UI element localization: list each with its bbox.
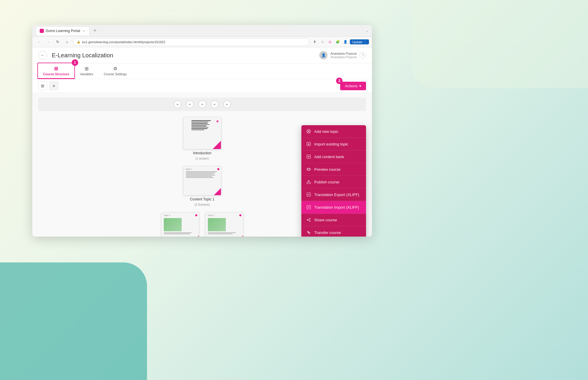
tab-course-structure[interactable]: ⊞ Course Structure 1 <box>38 63 74 79</box>
h-line-1 <box>164 232 192 233</box>
tab-close-button[interactable]: × <box>82 29 86 33</box>
card-subtitle-introduction: (1 screen) <box>196 157 209 160</box>
card-preview-glossary: Topic 5 <box>205 212 243 237</box>
intro-line-8 <box>191 130 204 130</box>
user-name-block: Anastasia Popova Anastasia Popova <box>330 52 357 59</box>
menu-item-preview-course[interactable]: Preview course <box>301 163 366 176</box>
tab-favicon <box>40 29 44 33</box>
tab-title: Gomo Learning Portal <box>46 29 80 33</box>
bookmark-icon[interactable]: ☆ <box>319 39 326 45</box>
intro-line-6 <box>191 127 208 128</box>
c1-line-4 <box>186 175 216 175</box>
user-subtitle: Anastasia Popova <box>330 55 357 59</box>
intro-text-content <box>191 120 213 130</box>
h-dot <box>195 214 197 216</box>
back-button[interactable]: ‹ <box>35 38 42 46</box>
help-icon: ? <box>362 53 364 57</box>
topic-card-content1[interactable]: Topic 1 Content Topic 1 <box>183 166 221 206</box>
browser-window: Gomo Learning Portal × + ⌄ ‹ › ↻ ⌂ 🔒 eu1… <box>32 25 372 237</box>
svg-point-8 <box>308 168 310 170</box>
annotation-badge-1: 1 <box>72 59 78 66</box>
intro-line-4 <box>191 124 210 125</box>
menu-label-preview-course: Preview course <box>314 167 340 172</box>
view-grid-button[interactable]: ⊞ <box>38 81 47 90</box>
tab-label-course-settings: Course Settings <box>104 72 127 76</box>
menu-item-import-existing-topic[interactable]: Import existing topic <box>301 138 366 150</box>
bg-shape-top-right <box>412 0 588 88</box>
home-button[interactable]: ⌂ <box>64 38 71 46</box>
c1-line-5 <box>186 176 212 177</box>
card-subtitle-content1: (2 Screens) <box>195 203 210 206</box>
menu-item-share-course[interactable]: Share course <box>301 214 366 226</box>
add-before-button-5[interactable]: + <box>223 101 231 108</box>
add-before-button-4[interactable]: + <box>211 101 218 108</box>
share-course-icon <box>306 217 311 222</box>
extension-icon[interactable]: 🧩 <box>335 39 341 45</box>
translation-export-icon <box>306 192 311 197</box>
menu-item-translation-export[interactable]: Translation Export (XLIFF) <box>301 188 366 201</box>
annotation-badge-3: 3 <box>301 204 304 210</box>
annotation-badge-2: 2 <box>336 78 343 84</box>
tab-course-settings[interactable]: ⚙ Course Settings <box>99 63 131 79</box>
add-row: + + + + + <box>38 98 366 111</box>
translation-import-icon <box>306 205 311 210</box>
preview-course-icon <box>306 167 311 172</box>
g-dot <box>239 214 241 216</box>
intro-line-1 <box>191 120 211 121</box>
topic-card-glossary[interactable]: Topic 5 Glossary <box>205 212 243 237</box>
course-content: + + + + + ★ <box>32 93 372 237</box>
profile-icon[interactable]: 👤 <box>342 39 349 45</box>
topic-row-content1: Topic 1 Content Topic 1 <box>183 166 221 206</box>
topic-label-1: Topic 1 <box>186 168 219 170</box>
topic-card-introduction[interactable]: ★ <box>183 117 221 160</box>
menu-label-share-course: Share course <box>314 218 337 222</box>
page-title: E-Learning Localization <box>52 52 315 59</box>
add-before-button-3[interactable]: + <box>198 101 206 108</box>
course-settings-icon: ⚙ <box>113 66 117 71</box>
topic-label-help: Topic 5 <box>164 214 197 216</box>
update-button[interactable]: Update ⋮ <box>350 39 369 44</box>
tab-variables[interactable]: ⊞ Variables <box>75 63 98 79</box>
c1-line-1 <box>186 171 217 172</box>
user-section: 👤 Anastasia Popova Anastasia Popova ? <box>319 51 366 59</box>
address-bar[interactable]: 🔒 eu1.gomolearning.com/portal/index.html… <box>73 38 309 46</box>
menu-label-import-existing-topic: Import existing topic <box>314 142 348 146</box>
svg-line-18 <box>308 220 310 221</box>
card-title-introduction: Introduction <box>193 151 211 155</box>
intro-line-7 <box>191 128 208 129</box>
view-list-button[interactable]: ≡ <box>49 81 58 90</box>
reload-button[interactable]: ↻ <box>54 38 61 46</box>
c1-dot <box>217 168 219 170</box>
add-before-button-2[interactable]: + <box>186 101 194 108</box>
topic-card-help[interactable]: Topic 5 Help <box>161 212 199 237</box>
browser-tab[interactable]: Gomo Learning Portal × <box>36 26 90 35</box>
new-tab-button[interactable]: + <box>93 28 96 34</box>
menu-item-translation-import[interactable]: Translation Import (XLIFF) 3 <box>301 201 366 214</box>
help-button[interactable]: ? <box>360 52 366 58</box>
intro-line-3 <box>191 123 208 124</box>
menu-item-publish-course[interactable]: Publish course <box>301 176 366 188</box>
g-line-2 <box>208 234 233 234</box>
tab-label-variables: Variables <box>80 72 93 76</box>
avatar: 👤 <box>319 51 328 59</box>
c1-line-6 <box>186 177 214 178</box>
forward-button[interactable]: › <box>45 38 52 46</box>
star-icon: ★ <box>216 119 219 123</box>
back-arrow-icon: ← <box>41 53 45 58</box>
add-before-button-1[interactable]: + <box>174 101 181 108</box>
menu-label-add-content-bank: Add content bank <box>314 155 344 159</box>
menu-item-add-content-bank[interactable]: Add content bank <box>301 150 366 163</box>
actions-button-wrapper: Actions ▾ 2 <box>340 82 366 90</box>
app-header: ← E-Learning Localization 👤 Anastasia Po… <box>32 47 372 63</box>
menu-item-add-new-topic[interactable]: Add new topic <box>301 125 366 138</box>
menu-item-transfer-course[interactable]: Transfer course <box>301 226 366 237</box>
opera-icon[interactable]: O <box>327 39 333 45</box>
transfer-course-icon <box>306 230 311 235</box>
help-image <box>164 218 182 231</box>
back-navigation-button[interactable]: ← <box>38 51 47 60</box>
share-icon[interactable]: ⬆ <box>312 39 318 45</box>
browser-chrome: Gomo Learning Portal × + ⌄ <box>32 25 372 37</box>
update-label: Update <box>352 40 363 44</box>
svg-rect-13 <box>307 205 310 209</box>
actions-button[interactable]: Actions ▾ <box>340 82 366 90</box>
